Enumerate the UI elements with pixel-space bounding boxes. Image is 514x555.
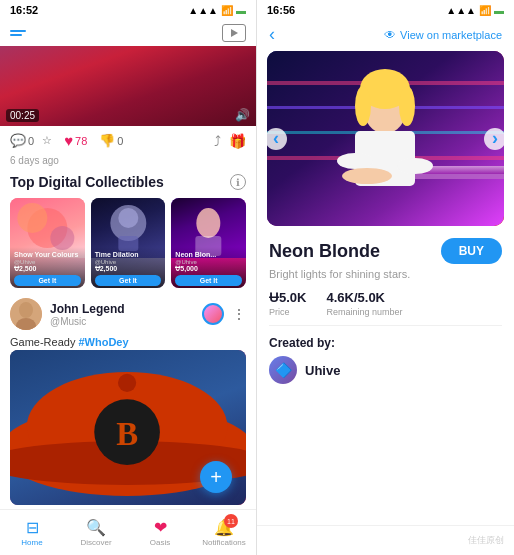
star-action[interactable]: ☆: [42, 134, 52, 147]
discover-icon: 🔍: [86, 518, 106, 537]
comment-action[interactable]: 💬 0: [10, 133, 34, 148]
heart-action[interactable]: ♥ 78: [64, 132, 87, 149]
card-2-get-btn[interactable]: Get It: [95, 275, 162, 286]
home-label: Home: [21, 538, 42, 547]
battery-icon-right: ▬: [494, 5, 504, 16]
video-frame-icon[interactable]: [222, 24, 246, 42]
right-panel: 16:56 ▲▲▲ 📶 ▬ ‹ 👁 View on marketplace: [257, 0, 514, 555]
svg-point-30: [355, 86, 371, 126]
dislike-icon: 👎: [99, 133, 115, 148]
share-action[interactable]: ⤴: [214, 133, 221, 149]
info-icon[interactable]: ℹ: [230, 174, 246, 190]
card-3-price: Ʉ5,000: [175, 265, 242, 273]
top-bar-left: [0, 20, 256, 46]
notification-badge: 11: [224, 514, 238, 528]
status-bar-right: 16:56 ▲▲▲ 📶 ▬: [257, 0, 514, 20]
dislike-count: 0: [117, 135, 123, 147]
volume-icon[interactable]: 🔊: [235, 108, 250, 122]
svg-point-17: [118, 374, 136, 392]
top-digital-section: Top Digital Collectibles ℹ: [0, 170, 256, 194]
card-2-title: Time Dilation: [95, 251, 162, 259]
wifi-icon-right: 📶: [479, 5, 491, 16]
svg-point-4: [118, 208, 138, 228]
top-bar-right: ‹ 👁 View on marketplace: [257, 20, 514, 47]
nav-home[interactable]: ⊟ Home: [0, 510, 64, 555]
carousel-right-button[interactable]: ›: [484, 128, 504, 150]
star-icon: ☆: [42, 134, 52, 147]
home-icon: ⊟: [26, 518, 39, 537]
bottom-bar-right: 佳佳原创: [257, 525, 514, 555]
nav-oasis[interactable]: ❤ Oasis: [128, 510, 192, 555]
nft-title: Neon Blonde: [269, 241, 380, 262]
svg-point-32: [342, 168, 392, 184]
user-handle: @Music: [50, 316, 125, 327]
hashtag[interactable]: #WhoDey: [78, 336, 128, 348]
svg-point-27: [337, 153, 373, 169]
nft-details: Neon Blonde BUY Bright lights for shinin…: [257, 230, 514, 525]
nft-main-image: ‹ ›: [267, 51, 504, 226]
nav-discover[interactable]: 🔍 Discover: [64, 510, 128, 555]
signal-icon-right: ▲▲▲: [446, 5, 476, 16]
heart-count: 78: [75, 135, 87, 147]
collectibles-row: Show Your Colours @Uhive Ʉ2,500 Get It T…: [0, 194, 256, 292]
nft-subtitle: Bright lights for shining stars.: [269, 268, 502, 280]
creator-row[interactable]: 🔷 Uhive: [269, 356, 502, 384]
price-row: Ʉ5.0K Price 4.6K/5.0K Remaining number: [269, 290, 502, 326]
status-bar-left: 16:52 ▲▲▲ 📶 ▬: [0, 0, 256, 20]
oasis-label: Oasis: [150, 538, 170, 547]
user-name: John Legend: [50, 302, 125, 316]
remaining-value: 4.6K/5.0K: [326, 290, 402, 305]
buy-button[interactable]: BUY: [441, 238, 502, 264]
svg-point-9: [19, 302, 33, 318]
battery-icon: ▬: [236, 5, 246, 16]
collectible-card-1[interactable]: Show Your Colours @Uhive Ʉ2,500 Get It: [10, 198, 85, 288]
collectible-card-3[interactable]: Neon Blon... @Uhive Ʉ5,000 Get It: [171, 198, 246, 288]
svg-point-6: [197, 208, 221, 238]
dislike-action[interactable]: 👎 0: [99, 133, 123, 148]
left-panel: 16:52 ▲▲▲ 📶 ▬ 00:25 🔊 💬 0 ☆: [0, 0, 257, 555]
more-icon[interactable]: ⋮: [232, 306, 246, 322]
nft-title-row: Neon Blonde BUY: [269, 238, 502, 264]
video-overlay: 00:25 🔊: [0, 46, 256, 126]
creator-avatar: 🔷: [269, 356, 297, 384]
orbit-icon[interactable]: [202, 303, 224, 325]
bottom-nav: ⊟ Home 🔍 Discover ❤ Oasis 11 🔔 Notificat…: [0, 509, 256, 555]
view-marketplace-text: View on marketplace: [400, 29, 502, 41]
heart-icon: ♥: [64, 132, 73, 149]
video-thumbnail[interactable]: 00:25 🔊: [0, 46, 256, 126]
card-3-get-btn[interactable]: Get It: [175, 275, 242, 286]
wifi-icon: 📶: [221, 5, 233, 16]
big-post-image[interactable]: B +: [10, 350, 246, 505]
user-info: John Legend @Music: [10, 298, 125, 330]
card-3-title: Neon Blon...: [175, 251, 242, 259]
card-3-overlay: Neon Blon... @Uhive Ʉ5,000 Get It: [171, 247, 246, 288]
svg-point-31: [399, 86, 415, 126]
top-digital-title: Top Digital Collectibles: [10, 174, 164, 190]
avatar-image: [10, 298, 42, 330]
creator-avatar-icon: 🔷: [275, 362, 292, 378]
view-marketplace-link[interactable]: 👁 View on marketplace: [384, 28, 502, 42]
notifications-label: Notifications: [202, 538, 246, 547]
created-by-section: Created by: 🔷 Uhive: [269, 336, 502, 384]
card-1-overlay: Show Your Colours @Uhive Ʉ2,500 Get It: [10, 247, 85, 288]
video-timestamp: 00:25: [6, 109, 39, 122]
plus-button[interactable]: +: [200, 461, 232, 493]
comment-count: 0: [28, 135, 34, 147]
post-timestamp: 6 days ago: [0, 155, 256, 170]
nav-notifications[interactable]: 11 🔔 Notifications: [192, 510, 256, 555]
bottom-bar-text: 佳佳原创: [468, 534, 504, 547]
back-button[interactable]: ‹: [269, 24, 275, 45]
actions-row: 💬 0 ☆ ♥ 78 👎 0 ⤴ 🎁: [0, 126, 256, 155]
card-2-overlay: Time Dilation @Uhive Ʉ2,500 Get It: [91, 247, 166, 288]
gift-icon-glyph: 🎁: [229, 133, 246, 149]
svg-point-1: [17, 203, 47, 233]
gift-action[interactable]: 🎁: [229, 133, 246, 149]
created-by-label: Created by:: [269, 336, 502, 350]
remaining-item: 4.6K/5.0K Remaining number: [326, 290, 402, 317]
list-icon[interactable]: [10, 30, 26, 36]
user-text: John Legend @Music: [50, 302, 125, 327]
price-value: Ʉ5.0K: [269, 290, 306, 305]
collectible-card-2[interactable]: Time Dilation @Uhive Ʉ2,500 Get It: [91, 198, 166, 288]
status-icons-left: ▲▲▲ 📶 ▬: [188, 5, 246, 16]
card-1-get-btn[interactable]: Get It: [14, 275, 81, 286]
